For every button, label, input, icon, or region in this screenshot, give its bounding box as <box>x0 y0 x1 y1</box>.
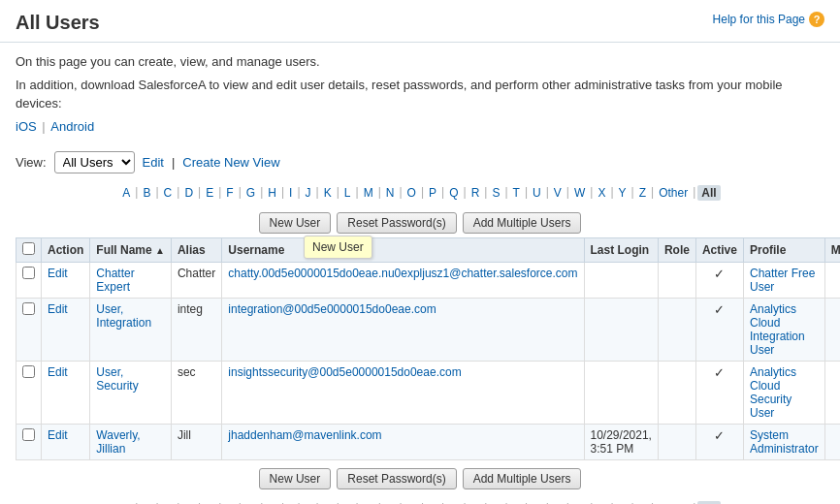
col-checkbox <box>16 238 42 263</box>
fullname-link-2[interactable]: User, Security <box>96 365 138 393</box>
profile-link-1[interactable]: Analytics Cloud Integration User <box>750 302 805 357</box>
edit-link-2[interactable]: Edit <box>48 365 68 379</box>
alpha-letter-p[interactable]: P <box>426 185 439 201</box>
fullname-link-3[interactable]: Waverly, Jillian <box>96 428 140 456</box>
description-line2-text: In addition, download SalesforceA to vie… <box>16 78 783 111</box>
alpha-letter-n[interactable]: N <box>383 185 398 201</box>
role-0 <box>658 263 695 299</box>
table-row: EditChatter ExpertChatterchatty.00d5e000… <box>16 263 841 299</box>
add-multiple-users-button-bottom[interactable]: Add Multiple Users <box>463 468 582 489</box>
last-login-2 <box>584 362 658 425</box>
manager-2 <box>824 362 840 425</box>
view-select[interactable]: All Users <box>54 151 135 173</box>
active-3: ✓ <box>695 425 743 460</box>
alias-3: Jill <box>171 425 221 460</box>
role-1 <box>658 299 695 362</box>
alpha-letter-x[interactable]: X <box>595 185 608 201</box>
alpha-letter-s[interactable]: S <box>489 185 502 201</box>
alias-2: sec <box>171 362 221 425</box>
profile-link-2[interactable]: Analytics Cloud Security User <box>750 365 796 420</box>
action-bar-bottom: New User Reset Password(s) Add Multiple … <box>0 460 840 497</box>
alpha-letter-k[interactable]: K <box>321 185 335 201</box>
row-checkbox-0[interactable] <box>22 267 35 279</box>
fullname-link-0[interactable]: Chatter Expert <box>96 267 134 294</box>
username-link-3[interactable]: jhaddenham@mavenlink.com <box>228 428 381 442</box>
role-2 <box>658 362 695 425</box>
alpha-letter-d[interactable]: D <box>181 185 196 201</box>
alpha-letter-a[interactable]: A <box>119 185 133 201</box>
active-checkmark-0: ✓ <box>714 267 725 281</box>
alpha-bar-bottom: A | B | C | D | E | F | G | H | I | J | … <box>0 497 840 504</box>
alpha-letter-m[interactable]: M <box>361 185 376 201</box>
username-link-0[interactable]: chatty.00d5e0000015do0eae.nu0expljusz1@c… <box>228 267 577 280</box>
reset-passwords-button-bottom[interactable]: Reset Password(s) <box>337 468 456 489</box>
alpha-letter-q[interactable]: Q <box>446 185 461 201</box>
create-new-view-link[interactable]: Create New View <box>182 155 279 170</box>
alpha-letter-b[interactable]: B <box>140 185 153 201</box>
alpha-letter-c[interactable]: C <box>161 185 176 201</box>
alpha-letter-w[interactable]: W <box>571 185 588 201</box>
mobile-links: iOS | Android <box>16 117 824 137</box>
page-header: All Users Help for this Page ? <box>0 0 840 43</box>
android-link[interactable]: Android <box>50 119 94 134</box>
alpha-letter-z[interactable]: Z <box>636 185 649 201</box>
username-link-2[interactable]: insightssecurity@00d5e0000015do0eae.com <box>228 365 461 379</box>
alpha-letter-other[interactable]: Other <box>656 185 691 201</box>
new-user-button-bottom[interactable]: New User <box>259 468 332 489</box>
edit-link-1[interactable]: Edit <box>48 302 68 316</box>
row-checkbox-2[interactable] <box>22 365 35 378</box>
alpha-letter-r[interactable]: R <box>468 185 483 201</box>
fullname-link-1[interactable]: User, Integration <box>96 302 151 330</box>
alpha-letter-e[interactable]: E <box>203 185 216 201</box>
alpha-bar-top: A | B | C | D | E | F | G | H | I | J | … <box>0 181 840 205</box>
divider: | <box>40 119 50 134</box>
profile-link-0[interactable]: Chatter Free User <box>750 267 815 294</box>
view-separator: | <box>172 155 175 170</box>
table-row: EditUser, Securitysecinsightssecurity@00… <box>16 362 841 425</box>
alpha-letter-t[interactable]: T <box>510 185 523 201</box>
help-icon: ? <box>809 12 824 27</box>
alias-1: integ <box>171 299 221 362</box>
select-all-checkbox[interactable] <box>22 242 35 255</box>
active-1: ✓ <box>695 299 743 362</box>
add-multiple-users-button[interactable]: Add Multiple Users <box>463 212 582 234</box>
alpha-letter-g[interactable]: G <box>243 185 258 201</box>
description-line2: In addition, download SalesforceA to vie… <box>16 76 824 113</box>
last-login-3: 10/29/2021, 3:51 PM <box>584 425 658 460</box>
alpha-letter-y[interactable]: Y <box>616 185 630 201</box>
alpha-letter-o[interactable]: O <box>404 185 419 201</box>
col-role: Role <box>658 238 695 263</box>
alpha-letter-j[interactable]: J <box>303 185 314 201</box>
alpha-letter-h[interactable]: H <box>265 185 279 201</box>
role-3 <box>658 425 695 460</box>
row-checkbox-3[interactable] <box>22 428 35 441</box>
alpha-letter-l[interactable]: L <box>341 185 354 201</box>
help-link-text: Help for this Page <box>713 13 805 26</box>
active-0: ✓ <box>695 263 743 299</box>
row-checkbox-1[interactable] <box>22 302 35 315</box>
active-2: ✓ <box>695 362 743 425</box>
edit-view-link[interactable]: Edit <box>143 155 164 170</box>
manager-3 <box>824 425 840 460</box>
alpha-letter-v[interactable]: V <box>551 185 565 201</box>
help-link[interactable]: Help for this Page ? <box>713 12 824 27</box>
col-fullname: Full Name ▲ <box>90 238 172 263</box>
page-title: All Users <box>16 12 100 34</box>
view-bar: View: All Users Edit | Create New View <box>0 143 840 181</box>
alpha-letter-f[interactable]: F <box>223 185 236 201</box>
alpha-letter-u[interactable]: U <box>530 185 544 201</box>
reset-passwords-button[interactable]: Reset Password(s) <box>337 212 456 234</box>
active-checkmark-2: ✓ <box>714 365 725 380</box>
alpha-letter-i[interactable]: I <box>286 185 295 201</box>
edit-link-3[interactable]: Edit <box>48 428 68 442</box>
description-line1: On this page you can create, view, and m… <box>16 52 824 72</box>
profile-link-3[interactable]: System Administrator <box>750 428 819 456</box>
ios-link[interactable]: iOS <box>16 119 37 134</box>
edit-link-0[interactable]: Edit <box>48 267 68 280</box>
new-user-button[interactable]: New User <box>259 212 332 234</box>
username-link-1[interactable]: integration@00d5e0000015do0eae.com <box>228 302 436 316</box>
col-active: Active <box>695 238 743 263</box>
active-checkmark-3: ✓ <box>714 428 725 443</box>
last-login-1 <box>584 299 658 362</box>
view-label: View: <box>16 155 47 170</box>
